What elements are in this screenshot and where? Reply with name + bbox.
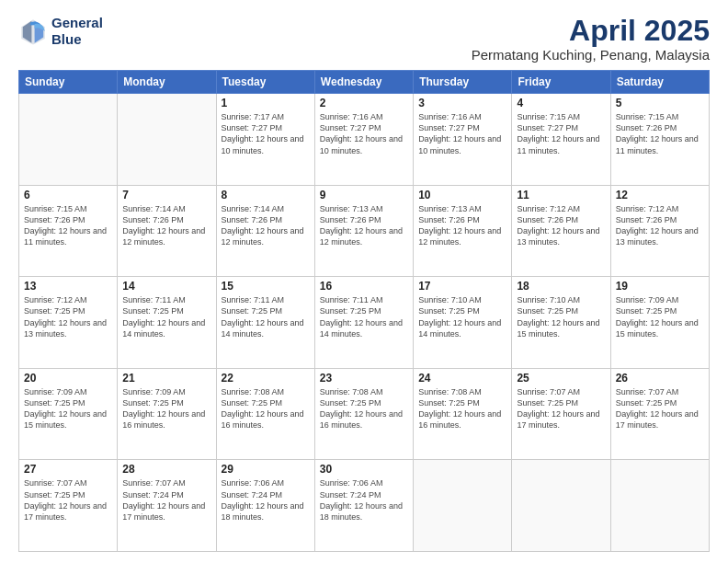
day-number: 29: [222, 463, 310, 476]
day-info: Sunrise: 7:12 AM Sunset: 7:26 PM Dayligh…: [517, 203, 605, 248]
day-info: Sunrise: 7:11 AM Sunset: 7:25 PM Dayligh…: [320, 294, 408, 339]
day-number: 23: [320, 372, 408, 385]
col-friday: Friday: [512, 71, 610, 94]
day-number: 7: [122, 189, 210, 201]
day-number: 12: [616, 189, 704, 201]
day-number: 5: [616, 97, 704, 109]
cell-w2d6: 19Sunrise: 7:09 AM Sunset: 7:25 PM Dayli…: [610, 277, 709, 369]
day-info: Sunrise: 7:08 AM Sunset: 7:25 PM Dayligh…: [320, 386, 408, 431]
location-title: Permatang Kuching, Penang, Malaysia: [472, 47, 710, 63]
day-info: Sunrise: 7:13 AM Sunset: 7:26 PM Dayligh…: [418, 203, 506, 248]
day-number: 3: [418, 97, 506, 109]
day-info: Sunrise: 7:15 AM Sunset: 7:26 PM Dayligh…: [24, 203, 112, 248]
title-block: April 2025 Permatang Kuching, Penang, Ma…: [472, 15, 710, 63]
day-info: Sunrise: 7:08 AM Sunset: 7:25 PM Dayligh…: [222, 386, 310, 431]
calendar-table: Sunday Monday Tuesday Wednesday Thursday…: [18, 70, 710, 552]
day-number: 1: [222, 97, 310, 109]
week-row-3: 20Sunrise: 7:09 AM Sunset: 7:25 PM Dayli…: [19, 368, 710, 460]
cell-w4d3: 30Sunrise: 7:06 AM Sunset: 7:24 PM Dayli…: [314, 460, 413, 552]
day-info: Sunrise: 7:06 AM Sunset: 7:24 PM Dayligh…: [222, 477, 310, 523]
cell-w3d0: 20Sunrise: 7:09 AM Sunset: 7:25 PM Dayli…: [19, 368, 118, 460]
cell-w3d2: 22Sunrise: 7:08 AM Sunset: 7:25 PM Dayli…: [216, 368, 314, 460]
day-info: Sunrise: 7:09 AM Sunset: 7:25 PM Dayligh…: [616, 294, 704, 339]
day-number: 17: [418, 280, 506, 293]
cell-w4d2: 29Sunrise: 7:06 AM Sunset: 7:24 PM Dayli…: [216, 460, 314, 552]
cell-w3d1: 21Sunrise: 7:09 AM Sunset: 7:25 PM Dayli…: [118, 368, 216, 460]
day-number: 14: [122, 280, 210, 293]
logo-icon: [18, 17, 48, 46]
cell-w2d1: 14Sunrise: 7:11 AM Sunset: 7:25 PM Dayli…: [118, 277, 216, 369]
cell-w3d5: 25Sunrise: 7:07 AM Sunset: 7:25 PM Dayli…: [512, 368, 610, 460]
col-wednesday: Wednesday: [314, 71, 413, 94]
logo-line2: Blue: [51, 31, 103, 48]
cell-w1d6: 12Sunrise: 7:12 AM Sunset: 7:26 PM Dayli…: [610, 185, 709, 277]
day-number: 24: [418, 372, 506, 385]
day-info: Sunrise: 7:16 AM Sunset: 7:27 PM Dayligh…: [418, 111, 506, 156]
header: General Blue April 2025 Permatang Kuchin…: [18, 15, 710, 63]
day-number: 11: [517, 189, 605, 201]
col-tuesday: Tuesday: [216, 71, 314, 94]
day-number: 27: [24, 463, 112, 476]
page: General Blue April 2025 Permatang Kuchin…: [0, 0, 728, 563]
cell-w0d3: 2Sunrise: 7:16 AM Sunset: 7:27 PM Daylig…: [314, 94, 413, 186]
day-info: Sunrise: 7:07 AM Sunset: 7:24 PM Dayligh…: [122, 477, 210, 523]
cell-w0d0: [19, 94, 118, 186]
cell-w0d6: 5Sunrise: 7:15 AM Sunset: 7:26 PM Daylig…: [610, 94, 709, 186]
month-title: April 2025: [472, 15, 710, 47]
day-info: Sunrise: 7:08 AM Sunset: 7:25 PM Dayligh…: [418, 386, 506, 431]
cell-w4d5: [512, 460, 610, 552]
day-info: Sunrise: 7:07 AM Sunset: 7:25 PM Dayligh…: [24, 477, 112, 523]
day-number: 22: [222, 372, 310, 385]
col-thursday: Thursday: [414, 71, 512, 94]
cell-w1d0: 6Sunrise: 7:15 AM Sunset: 7:26 PM Daylig…: [19, 185, 118, 277]
day-info: Sunrise: 7:11 AM Sunset: 7:25 PM Dayligh…: [122, 294, 210, 339]
day-number: 6: [24, 189, 112, 201]
week-row-1: 6Sunrise: 7:15 AM Sunset: 7:26 PM Daylig…: [19, 185, 710, 277]
cell-w4d1: 28Sunrise: 7:07 AM Sunset: 7:24 PM Dayli…: [118, 460, 216, 552]
day-number: 4: [517, 97, 605, 109]
day-number: 21: [122, 372, 210, 385]
cell-w1d2: 8Sunrise: 7:14 AM Sunset: 7:26 PM Daylig…: [216, 185, 314, 277]
day-info: Sunrise: 7:14 AM Sunset: 7:26 PM Dayligh…: [222, 203, 310, 248]
cell-w0d1: [118, 94, 216, 186]
cell-w1d3: 9Sunrise: 7:13 AM Sunset: 7:26 PM Daylig…: [314, 185, 413, 277]
day-info: Sunrise: 7:12 AM Sunset: 7:26 PM Dayligh…: [616, 203, 704, 248]
logo-line1: General: [51, 15, 103, 31]
day-info: Sunrise: 7:14 AM Sunset: 7:26 PM Dayligh…: [122, 203, 210, 248]
day-number: 19: [616, 280, 704, 293]
day-info: Sunrise: 7:16 AM Sunset: 7:27 PM Dayligh…: [320, 111, 408, 156]
day-info: Sunrise: 7:15 AM Sunset: 7:26 PM Dayligh…: [616, 111, 704, 156]
day-number: 9: [320, 189, 408, 201]
day-number: 13: [24, 280, 112, 293]
week-row-0: 1Sunrise: 7:17 AM Sunset: 7:27 PM Daylig…: [19, 94, 710, 186]
day-info: Sunrise: 7:15 AM Sunset: 7:27 PM Dayligh…: [517, 111, 605, 156]
cell-w4d4: [414, 460, 512, 552]
cell-w3d4: 24Sunrise: 7:08 AM Sunset: 7:25 PM Dayli…: [414, 368, 512, 460]
day-info: Sunrise: 7:09 AM Sunset: 7:25 PM Dayligh…: [122, 386, 210, 431]
day-number: 18: [517, 280, 605, 293]
day-number: 10: [418, 189, 506, 201]
day-number: 20: [24, 372, 112, 385]
day-number: 15: [222, 280, 310, 293]
day-info: Sunrise: 7:10 AM Sunset: 7:25 PM Dayligh…: [418, 294, 506, 339]
day-info: Sunrise: 7:09 AM Sunset: 7:25 PM Dayligh…: [24, 386, 112, 431]
logo: General Blue: [18, 15, 103, 48]
cell-w3d6: 26Sunrise: 7:07 AM Sunset: 7:25 PM Dayli…: [610, 368, 709, 460]
cell-w0d4: 3Sunrise: 7:16 AM Sunset: 7:27 PM Daylig…: [414, 94, 512, 186]
day-number: 30: [320, 463, 408, 476]
day-info: Sunrise: 7:17 AM Sunset: 7:27 PM Dayligh…: [222, 111, 310, 156]
cell-w4d6: [610, 460, 709, 552]
day-number: 26: [616, 372, 704, 385]
col-saturday: Saturday: [610, 71, 709, 94]
cell-w4d0: 27Sunrise: 7:07 AM Sunset: 7:25 PM Dayli…: [19, 460, 118, 552]
cell-w0d5: 4Sunrise: 7:15 AM Sunset: 7:27 PM Daylig…: [512, 94, 610, 186]
cell-w0d2: 1Sunrise: 7:17 AM Sunset: 7:27 PM Daylig…: [216, 94, 314, 186]
day-number: 25: [517, 372, 605, 385]
cell-w3d3: 23Sunrise: 7:08 AM Sunset: 7:25 PM Dayli…: [314, 368, 413, 460]
cell-w2d2: 15Sunrise: 7:11 AM Sunset: 7:25 PM Dayli…: [216, 277, 314, 369]
cell-w1d1: 7Sunrise: 7:14 AM Sunset: 7:26 PM Daylig…: [118, 185, 216, 277]
day-number: 8: [222, 189, 310, 201]
cell-w2d3: 16Sunrise: 7:11 AM Sunset: 7:25 PM Dayli…: [314, 277, 413, 369]
day-info: Sunrise: 7:10 AM Sunset: 7:25 PM Dayligh…: [517, 294, 605, 339]
day-info: Sunrise: 7:07 AM Sunset: 7:25 PM Dayligh…: [517, 386, 605, 431]
